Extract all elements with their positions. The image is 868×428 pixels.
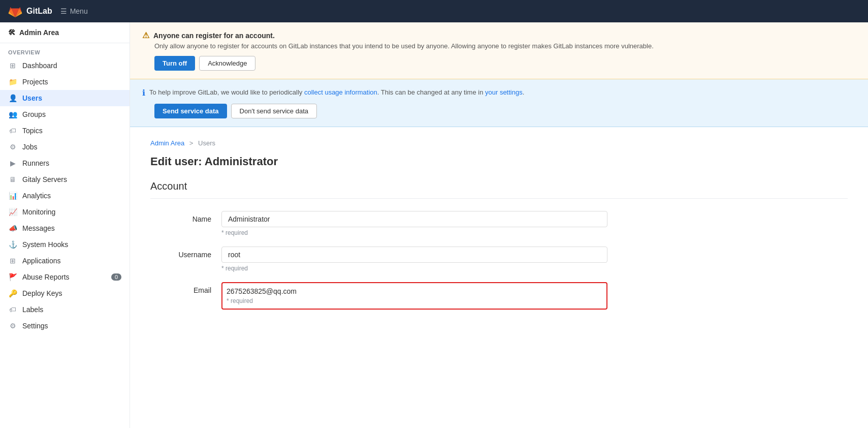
- warning-banner-title: Anyone can register for an account.: [153, 32, 275, 40]
- name-field-wrapper: * required: [221, 211, 607, 236]
- warning-banner: ⚠ Anyone can register for an account. On…: [130, 22, 868, 79]
- main-content: ⚠ Anyone can register for an account. On…: [130, 22, 868, 428]
- sidebar-label-runners: Runners: [22, 159, 49, 167]
- email-input[interactable]: [227, 287, 602, 295]
- sidebar-admin-header: 🛠 Admin Area: [0, 22, 130, 43]
- sidebar-item-deploy-keys[interactable]: 🔑 Deploy Keys: [0, 285, 130, 301]
- sidebar-item-system-hooks[interactable]: ⚓ System Hooks: [0, 236, 130, 253]
- info-text-after: .: [523, 88, 525, 96]
- layout: 🛠 Admin Area Overview ⊞ Dashboard 📁 Proj…: [0, 22, 868, 428]
- top-nav: GitLab ☰ Menu: [0, 0, 868, 22]
- turn-off-button[interactable]: Turn off: [154, 56, 195, 71]
- sidebar-item-applications[interactable]: ⊞ Applications: [0, 253, 130, 269]
- sidebar-item-messages[interactable]: 📣 Messages: [0, 220, 130, 236]
- sidebar-item-runners[interactable]: ▶ Runners: [0, 155, 130, 171]
- sidebar-item-users[interactable]: 👤 Users: [0, 90, 130, 106]
- analytics-icon: 📊: [8, 192, 17, 200]
- email-hint: * required: [227, 297, 602, 304]
- username-hint: * required: [221, 265, 607, 272]
- warning-banner-text: Only allow anyone to register for accoun…: [142, 42, 856, 50]
- warning-title: ⚠ Anyone can register for an account.: [142, 30, 856, 40]
- form-row-email: Email * required: [150, 282, 607, 310]
- sidebar-label-system-hooks: System Hooks: [22, 240, 68, 249]
- sidebar-label-analytics: Analytics: [22, 192, 51, 200]
- labels-icon: 🏷: [8, 305, 17, 314]
- info-banner-content: ℹ To help improve GitLab, we would like …: [142, 87, 856, 98]
- sidebar-label-labels: Labels: [22, 305, 43, 314]
- abuse-reports-icon: 🚩: [8, 273, 17, 281]
- sidebar-label-monitoring: Monitoring: [22, 208, 55, 216]
- abuse-reports-badge: 0: [111, 273, 121, 281]
- breadcrumb: Admin Area > Users: [150, 139, 848, 147]
- sidebar-label-jobs: Jobs: [22, 143, 38, 151]
- dont-send-service-data-button[interactable]: Don't send service data: [231, 104, 317, 118]
- users-icon: 👤: [8, 94, 17, 102]
- applications-icon: ⊞: [8, 257, 17, 265]
- runners-icon: ▶: [8, 159, 17, 167]
- username-label: Username: [150, 247, 221, 259]
- sidebar-label-topics: Topics: [22, 127, 43, 135]
- menu-button[interactable]: ☰ Menu: [60, 7, 88, 15]
- sidebar-item-monitoring[interactable]: 📈 Monitoring: [0, 204, 130, 220]
- email-label: Email: [150, 282, 221, 294]
- system-hooks-icon: ⚓: [8, 240, 17, 249]
- sidebar-item-gitaly-servers[interactable]: 🖥 Gitaly Servers: [0, 171, 130, 188]
- acknowledge-button[interactable]: Acknowledge: [199, 56, 255, 71]
- name-hint: * required: [221, 229, 607, 236]
- sidebar-item-groups[interactable]: 👥 Groups: [0, 106, 130, 123]
- deploy-keys-icon: 🔑: [8, 289, 17, 297]
- sidebar-label-settings: Settings: [22, 322, 48, 330]
- sidebar-item-analytics[interactable]: 📊 Analytics: [0, 188, 130, 204]
- sidebar: 🛠 Admin Area Overview ⊞ Dashboard 📁 Proj…: [0, 22, 130, 428]
- info-banner: ℹ To help improve GitLab, we would like …: [130, 79, 868, 127]
- sidebar-item-dashboard[interactable]: ⊞ Dashboard: [0, 57, 130, 74]
- breadcrumb-admin[interactable]: Admin Area: [150, 139, 184, 147]
- page-title: Edit user: Administrator: [150, 155, 848, 168]
- sidebar-item-abuse-reports[interactable]: 🚩 Abuse Reports 0: [0, 269, 130, 285]
- form-row-name: Name * required: [150, 211, 607, 236]
- gitaly-icon: 🖥: [8, 175, 17, 184]
- dashboard-icon: ⊞: [8, 62, 17, 70]
- sidebar-item-jobs[interactable]: ⚙ Jobs: [0, 139, 130, 155]
- info-text-middle: . This can be changed at any time in: [377, 88, 485, 96]
- warning-icon: ⚠: [142, 30, 149, 40]
- admin-icon: 🛠: [8, 28, 15, 37]
- collect-usage-link[interactable]: collect usage information: [304, 88, 377, 96]
- sidebar-item-labels[interactable]: 🏷 Labels: [0, 301, 130, 318]
- logo[interactable]: GitLab: [8, 4, 52, 18]
- jobs-icon: ⚙: [8, 143, 17, 151]
- info-banner-text: To help improve GitLab, we would like to…: [149, 87, 524, 98]
- projects-icon: 📁: [8, 78, 17, 86]
- info-text-before: To help improve GitLab, we would like to…: [149, 88, 304, 96]
- info-banner-actions: Send service data Don't send service dat…: [142, 104, 856, 118]
- sidebar-label-dashboard: Dashboard: [22, 62, 57, 70]
- sidebar-item-projects[interactable]: 📁 Projects: [0, 74, 130, 90]
- sidebar-label-projects: Projects: [22, 78, 48, 86]
- breadcrumb-current: Users: [198, 139, 215, 147]
- name-label: Name: [150, 211, 221, 223]
- sidebar-label-users: Users: [22, 94, 42, 102]
- admin-label: Admin Area: [19, 28, 59, 37]
- sidebar-item-topics[interactable]: 🏷 Topics: [0, 123, 130, 139]
- sidebar-label-groups: Groups: [22, 110, 46, 118]
- username-field-wrapper: * required: [221, 247, 607, 272]
- sidebar-label-deploy-keys: Deploy Keys: [22, 289, 62, 297]
- section-title-account: Account: [150, 180, 848, 199]
- logo-text: GitLab: [26, 7, 52, 16]
- your-settings-link[interactable]: your settings: [485, 88, 523, 96]
- form-row-username: Username * required: [150, 247, 607, 272]
- warning-banner-actions: Turn off Acknowledge: [142, 56, 856, 71]
- sidebar-item-settings[interactable]: ⚙ Settings: [0, 318, 130, 334]
- breadcrumb-separator: >: [189, 139, 194, 147]
- hamburger-icon: ☰: [60, 7, 67, 15]
- sidebar-label-applications: Applications: [22, 257, 61, 265]
- page-content: Admin Area > Users Edit user: Administra…: [130, 127, 868, 428]
- settings-icon: ⚙: [8, 322, 17, 330]
- overview-section-label: Overview: [0, 43, 130, 57]
- monitoring-icon: 📈: [8, 208, 17, 216]
- name-input[interactable]: [221, 211, 607, 227]
- sidebar-label-gitaly: Gitaly Servers: [22, 175, 67, 184]
- send-service-data-button[interactable]: Send service data: [154, 104, 227, 118]
- username-input[interactable]: [221, 247, 607, 263]
- messages-icon: 📣: [8, 224, 17, 232]
